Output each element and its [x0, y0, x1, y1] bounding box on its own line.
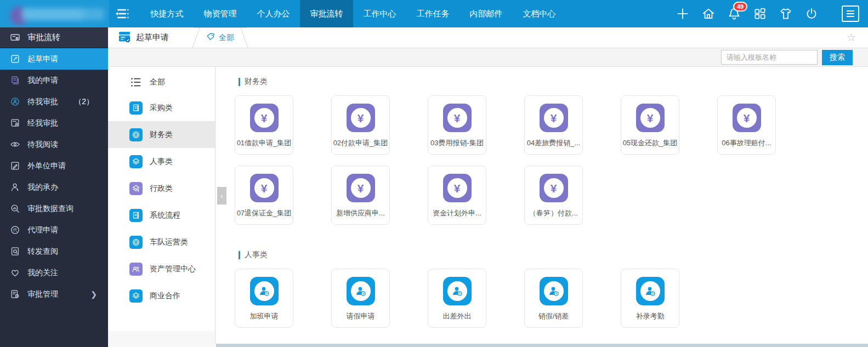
doc-person-icon	[9, 118, 20, 129]
template-icon-tile: ¥	[540, 174, 568, 202]
notification-badge: 49	[733, 2, 747, 12]
sidebar-item[interactable]: 我的承办	[0, 177, 108, 198]
category-item[interactable]: 全部	[108, 70, 215, 94]
topnav-item[interactable]: 个人办公	[247, 0, 300, 27]
topnav-item[interactable]: 工作任务	[406, 0, 459, 27]
sidebar-item[interactable]: 代代理申请	[0, 219, 108, 241]
yuan-icon: ¥	[261, 183, 268, 194]
template-card-label: 新增供应商申...	[332, 208, 389, 218]
content: 起草申请 全部 ☆ 搜索 全部采购类财务类人事类行政类系统流程车队运营类资产管理	[108, 27, 868, 347]
template-search-input[interactable]	[721, 50, 818, 65]
pending-count: （2）	[74, 97, 94, 107]
template-icon-circle: ¥	[351, 178, 371, 198]
sidebar-item-label: 外单位申请	[27, 161, 66, 171]
category-item[interactable]: 资产管理中心	[108, 255, 215, 282]
template-card[interactable]: 请假申请	[331, 269, 390, 328]
sidebar-item[interactable]: 我的申请	[0, 70, 108, 91]
sidebar-item[interactable]: 转发查阅	[0, 241, 108, 262]
sidebar-item-label: 待我审批	[27, 97, 58, 107]
category-item[interactable]: 车队运营类	[108, 229, 215, 255]
template-card[interactable]: 销假/销差	[524, 269, 583, 328]
person-clock-icon	[451, 285, 464, 298]
layers-star-icon	[129, 182, 143, 195]
sidebar-item[interactable]: 待我阅读	[0, 134, 108, 155]
template-card[interactable]: ¥07退保证金_集团	[235, 166, 293, 225]
category-label: 资产管理中心	[150, 264, 196, 274]
template-card[interactable]: ¥02付款申请_集团	[331, 95, 390, 155]
fingerprint-icon	[129, 128, 143, 141]
template-card[interactable]: ¥06事故理赔付...	[717, 95, 776, 155]
sidebar-item[interactable]: 审批数据查询	[0, 198, 108, 219]
plus-icon[interactable]	[675, 6, 690, 21]
template-card[interactable]: ¥资金计划外申...	[428, 166, 486, 225]
template-card-label: 加班申请	[235, 311, 293, 321]
category-item[interactable]: 行政类	[108, 175, 215, 202]
tab-draft-request[interactable]: 起草申请	[118, 31, 169, 44]
person-clock-icon	[258, 285, 271, 298]
template-card[interactable]: ¥05现金还款_集团	[621, 95, 679, 155]
category-item[interactable]: 人事类	[108, 148, 215, 175]
template-icon-circle: ¥	[544, 108, 564, 128]
template-icon-circle: ¥	[254, 178, 274, 198]
agent-circle-icon: 代	[9, 225, 20, 236]
template-card[interactable]: 出差外出	[428, 269, 486, 328]
yuan-icon: ¥	[551, 183, 557, 194]
template-icon-circle	[640, 281, 660, 301]
template-card-label: 资金计划外申...	[428, 208, 486, 218]
power-icon[interactable]	[804, 6, 819, 21]
yuan-icon: ¥	[261, 112, 268, 124]
topnav-item[interactable]: 快捷方式	[140, 0, 194, 27]
template-card[interactable]: ¥04差旅费报销_...	[524, 95, 583, 155]
category-item[interactable]: 商业合作	[108, 282, 215, 309]
template-icon-tile	[347, 277, 375, 305]
sidebar-item[interactable]: 我的关注	[0, 262, 108, 283]
sidebar-item[interactable]: 待我审批（2）	[0, 91, 108, 112]
sidebar-item-label: 我的承办	[27, 183, 58, 192]
home-icon[interactable]	[701, 6, 716, 21]
sidebar-item[interactable]: 审批管理❯	[0, 283, 108, 305]
draft-doc-icon	[118, 31, 131, 44]
template-card[interactable]: 补录考勤	[621, 269, 679, 328]
search-button[interactable]: 搜索	[822, 50, 853, 65]
horizontal-scrollbar[interactable]	[216, 344, 868, 347]
template-card[interactable]: 加班申请	[235, 269, 293, 328]
logo	[0, 0, 109, 27]
apps-icon[interactable]	[752, 6, 768, 21]
section-title: 财务类	[239, 77, 868, 87]
list-icon	[129, 76, 143, 89]
category-item[interactable]: 财务类	[108, 121, 215, 148]
yuan-icon: ¥	[358, 112, 364, 124]
category-item[interactable]: 系统流程	[108, 202, 215, 229]
template-card[interactable]: ¥03费用报销-集团	[428, 95, 486, 155]
template-card-label: 补录考勤	[621, 311, 679, 321]
sidebar-item[interactable]: 经我审批	[0, 112, 108, 134]
category-panel: 全部采购类财务类人事类行政类系统流程车队运营类资产管理中心商业合作	[108, 67, 215, 331]
category-column: 全部采购类财务类人事类行政类系统流程车队运营类资产管理中心商业合作	[108, 67, 215, 344]
template-card[interactable]: ¥（春笋）付款...	[524, 166, 583, 225]
sidebar-item[interactable]: 起草申请	[0, 48, 108, 70]
menu-collapse-icon[interactable]	[113, 6, 132, 21]
tab-all[interactable]: 全部	[197, 27, 243, 48]
doc-search-icon	[9, 246, 20, 257]
topnav-item[interactable]: 内部邮件	[459, 0, 513, 27]
sidebar-item-label: 待我阅读	[27, 140, 58, 150]
sidebar-item[interactable]: 外单位申请	[0, 155, 108, 177]
chevron-right-icon: ❯	[90, 290, 97, 299]
tab-all-label: 全部	[219, 33, 234, 43]
topnav-item[interactable]: 审批流转	[300, 0, 353, 27]
template-card[interactable]: ¥新增供应商申...	[331, 166, 390, 225]
template-card[interactable]: ¥01借款申请_集团	[235, 95, 293, 155]
topnav-item[interactable]: 工作中心	[353, 0, 406, 27]
more-menu-icon[interactable]	[842, 5, 859, 22]
panel-collapse-icon[interactable]: ‹	[217, 187, 226, 204]
shirt-icon[interactable]	[778, 6, 793, 21]
template-icon-circle	[351, 281, 371, 301]
doc-lines-icon	[129, 209, 143, 222]
template-icon-circle: ¥	[254, 108, 274, 128]
bell-icon[interactable]: 49	[727, 6, 742, 21]
topnav-item[interactable]: 文档中心	[513, 0, 566, 27]
category-item[interactable]: 采购类	[108, 94, 215, 121]
topnav-item[interactable]: 物资管理	[194, 0, 247, 27]
sidebar-header-label: 审批流转	[27, 32, 60, 43]
favorite-star-icon[interactable]: ☆	[847, 32, 856, 43]
